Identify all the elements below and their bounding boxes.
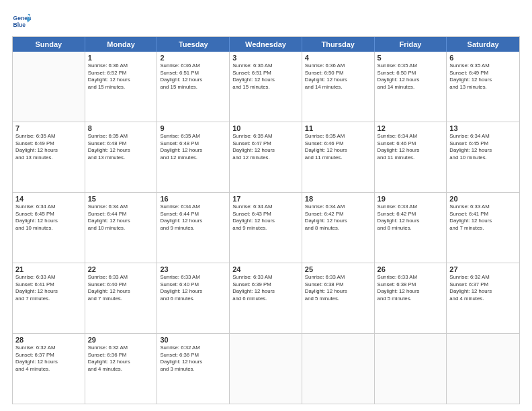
- cell-info: Sunrise: 6:32 AM Sunset: 6:37 PM Dayligh…: [449, 274, 517, 302]
- calendar-cell: 8Sunrise: 6:35 AM Sunset: 6:48 PM Daylig…: [85, 122, 158, 192]
- day-number: 10: [232, 124, 299, 132]
- cell-info: Sunrise: 6:34 AM Sunset: 6:43 PM Dayligh…: [232, 203, 299, 232]
- calendar-cell: 21Sunrise: 6:33 AM Sunset: 6:41 PM Dayli…: [13, 263, 85, 333]
- cell-info: Sunrise: 6:35 AM Sunset: 6:46 PM Dayligh…: [305, 133, 371, 161]
- day-number: 29: [88, 336, 154, 344]
- day-number: 26: [378, 265, 444, 273]
- calendar-cell: [13, 52, 85, 122]
- cell-info: Sunrise: 6:35 AM Sunset: 6:47 PM Dayligh…: [232, 133, 299, 161]
- day-number: 1: [88, 54, 154, 62]
- cell-info: Sunrise: 6:33 AM Sunset: 6:41 PM Dayligh…: [15, 274, 82, 302]
- calendar-cell: 3Sunrise: 6:36 AM Sunset: 6:51 PM Daylig…: [230, 52, 302, 122]
- day-number: 11: [305, 124, 371, 132]
- calendar-cell: 22Sunrise: 6:33 AM Sunset: 6:40 PM Dayli…: [85, 263, 158, 333]
- weekday-header: Tuesday: [157, 37, 230, 52]
- day-number: 18: [305, 195, 371, 203]
- calendar-cell: 30Sunrise: 6:32 AM Sunset: 6:36 PM Dayli…: [157, 334, 230, 404]
- header: General Blue: [12, 12, 520, 31]
- day-number: 9: [160, 124, 226, 132]
- cell-info: Sunrise: 6:33 AM Sunset: 6:39 PM Dayligh…: [232, 274, 299, 302]
- calendar-cell: 6Sunrise: 6:35 AM Sunset: 6:49 PM Daylig…: [447, 52, 519, 122]
- day-number: 19: [378, 195, 444, 203]
- calendar-cell: 14Sunrise: 6:34 AM Sunset: 6:45 PM Dayli…: [13, 193, 85, 263]
- cell-info: Sunrise: 6:35 AM Sunset: 6:49 PM Dayligh…: [449, 62, 517, 91]
- calendar-cell: 23Sunrise: 6:33 AM Sunset: 6:40 PM Dayli…: [157, 263, 230, 333]
- calendar-cell: 19Sunrise: 6:33 AM Sunset: 6:42 PM Dayli…: [375, 193, 447, 263]
- cell-info: Sunrise: 6:34 AM Sunset: 6:45 PM Dayligh…: [449, 133, 517, 161]
- cell-info: Sunrise: 6:33 AM Sunset: 6:40 PM Dayligh…: [88, 274, 154, 302]
- cell-info: Sunrise: 6:32 AM Sunset: 6:36 PM Dayligh…: [88, 345, 154, 373]
- calendar-cell: 9Sunrise: 6:35 AM Sunset: 6:48 PM Daylig…: [157, 122, 230, 192]
- cell-info: Sunrise: 6:33 AM Sunset: 6:38 PM Dayligh…: [378, 274, 444, 302]
- weekday-header: Sunday: [13, 37, 85, 52]
- cell-info: Sunrise: 6:35 AM Sunset: 6:50 PM Dayligh…: [378, 62, 444, 91]
- weekday-header: Wednesday: [230, 37, 302, 52]
- calendar-cell: 18Sunrise: 6:34 AM Sunset: 6:42 PM Dayli…: [302, 193, 375, 263]
- calendar-cell: 25Sunrise: 6:33 AM Sunset: 6:38 PM Dayli…: [302, 263, 375, 333]
- calendar-row: 14Sunrise: 6:34 AM Sunset: 6:45 PM Dayli…: [13, 192, 519, 263]
- calendar-row: 1Sunrise: 6:36 AM Sunset: 6:52 PM Daylig…: [13, 52, 519, 122]
- calendar-cell: 7Sunrise: 6:35 AM Sunset: 6:49 PM Daylig…: [13, 122, 85, 192]
- calendar-row: 21Sunrise: 6:33 AM Sunset: 6:41 PM Dayli…: [13, 263, 519, 333]
- calendar-cell: 2Sunrise: 6:36 AM Sunset: 6:51 PM Daylig…: [157, 52, 230, 122]
- day-number: 17: [232, 195, 299, 203]
- calendar-cell: 24Sunrise: 6:33 AM Sunset: 6:39 PM Dayli…: [230, 263, 302, 333]
- day-number: 20: [449, 195, 517, 203]
- day-number: 13: [449, 124, 517, 132]
- calendar-cell: 1Sunrise: 6:36 AM Sunset: 6:52 PM Daylig…: [85, 52, 158, 122]
- calendar-cell: 12Sunrise: 6:34 AM Sunset: 6:46 PM Dayli…: [375, 122, 447, 192]
- day-number: 30: [160, 336, 226, 344]
- logo-icon: General Blue: [12, 12, 31, 31]
- calendar-cell: 11Sunrise: 6:35 AM Sunset: 6:46 PM Dayli…: [302, 122, 375, 192]
- calendar-cell: [447, 334, 519, 404]
- cell-info: Sunrise: 6:32 AM Sunset: 6:37 PM Dayligh…: [15, 345, 82, 373]
- day-number: 22: [88, 265, 154, 273]
- calendar-cell: [375, 334, 447, 404]
- cell-info: Sunrise: 6:33 AM Sunset: 6:40 PM Dayligh…: [160, 274, 226, 302]
- calendar-row: 7Sunrise: 6:35 AM Sunset: 6:49 PM Daylig…: [13, 122, 519, 192]
- calendar-cell: 28Sunrise: 6:32 AM Sunset: 6:37 PM Dayli…: [13, 334, 85, 404]
- day-number: 28: [15, 336, 82, 344]
- cell-info: Sunrise: 6:32 AM Sunset: 6:36 PM Dayligh…: [160, 345, 226, 373]
- cell-info: Sunrise: 6:36 AM Sunset: 6:52 PM Dayligh…: [88, 62, 154, 91]
- calendar-cell: 10Sunrise: 6:35 AM Sunset: 6:47 PM Dayli…: [230, 122, 302, 192]
- cell-info: Sunrise: 6:34 AM Sunset: 6:44 PM Dayligh…: [160, 203, 226, 232]
- calendar-cell: 29Sunrise: 6:32 AM Sunset: 6:36 PM Dayli…: [85, 334, 158, 404]
- day-number: 16: [160, 195, 226, 203]
- cell-info: Sunrise: 6:33 AM Sunset: 6:38 PM Dayligh…: [305, 274, 371, 302]
- calendar-header: SundayMondayTuesdayWednesdayThursdayFrid…: [13, 37, 519, 52]
- cell-info: Sunrise: 6:35 AM Sunset: 6:48 PM Dayligh…: [160, 133, 226, 161]
- calendar-row: 28Sunrise: 6:32 AM Sunset: 6:37 PM Dayli…: [13, 333, 519, 404]
- day-number: 21: [15, 265, 82, 273]
- day-number: 2: [160, 54, 226, 62]
- weekday-header: Monday: [85, 37, 158, 52]
- day-number: 3: [232, 54, 299, 62]
- calendar-cell: [230, 334, 302, 404]
- day-number: 23: [160, 265, 226, 273]
- calendar-cell: 4Sunrise: 6:36 AM Sunset: 6:50 PM Daylig…: [302, 52, 375, 122]
- cell-info: Sunrise: 6:35 AM Sunset: 6:48 PM Dayligh…: [88, 133, 154, 161]
- calendar-cell: 20Sunrise: 6:33 AM Sunset: 6:41 PM Dayli…: [447, 193, 519, 263]
- day-number: 12: [378, 124, 444, 132]
- page: General Blue SundayMondayTuesdayWednesda…: [0, 0, 532, 411]
- weekday-header: Thursday: [302, 37, 375, 52]
- cell-info: Sunrise: 6:36 AM Sunset: 6:51 PM Dayligh…: [160, 62, 226, 91]
- calendar-cell: 16Sunrise: 6:34 AM Sunset: 6:44 PM Dayli…: [157, 193, 230, 263]
- cell-info: Sunrise: 6:35 AM Sunset: 6:49 PM Dayligh…: [15, 133, 82, 161]
- cell-info: Sunrise: 6:34 AM Sunset: 6:46 PM Dayligh…: [378, 133, 444, 161]
- logo: General Blue: [12, 12, 31, 31]
- calendar-cell: [302, 334, 375, 404]
- calendar-body: 1Sunrise: 6:36 AM Sunset: 6:52 PM Daylig…: [13, 52, 519, 404]
- day-number: 25: [305, 265, 371, 273]
- cell-info: Sunrise: 6:36 AM Sunset: 6:50 PM Dayligh…: [305, 62, 371, 91]
- day-number: 24: [232, 265, 299, 273]
- calendar: SundayMondayTuesdayWednesdayThursdayFrid…: [12, 36, 520, 404]
- cell-info: Sunrise: 6:36 AM Sunset: 6:51 PM Dayligh…: [232, 62, 299, 91]
- cell-info: Sunrise: 6:34 AM Sunset: 6:45 PM Dayligh…: [15, 203, 82, 232]
- day-number: 15: [88, 195, 154, 203]
- day-number: 4: [305, 54, 371, 62]
- cell-info: Sunrise: 6:33 AM Sunset: 6:41 PM Dayligh…: [449, 203, 517, 232]
- svg-text:Blue: Blue: [13, 21, 26, 28]
- calendar-cell: 13Sunrise: 6:34 AM Sunset: 6:45 PM Dayli…: [447, 122, 519, 192]
- calendar-cell: 27Sunrise: 6:32 AM Sunset: 6:37 PM Dayli…: [447, 263, 519, 333]
